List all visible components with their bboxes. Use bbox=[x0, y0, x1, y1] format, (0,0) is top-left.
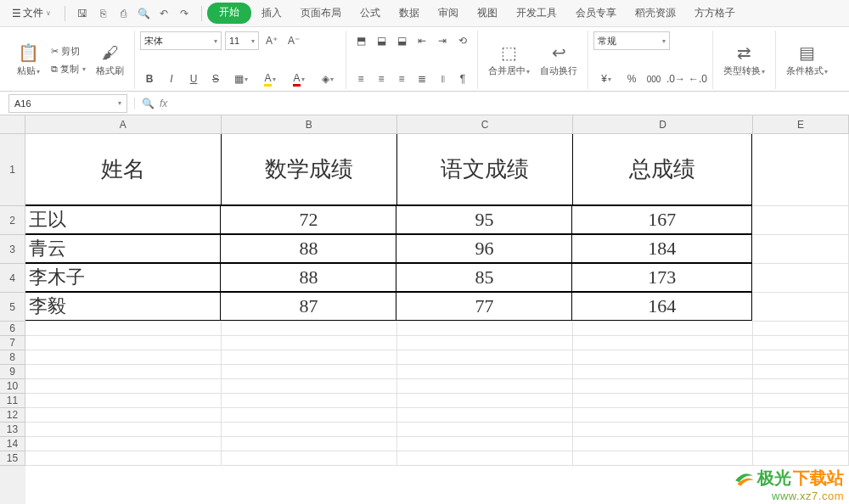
cell[interactable] bbox=[753, 365, 849, 379]
name-cell[interactable]: 青云 bbox=[25, 234, 221, 263]
column-header-A[interactable]: A bbox=[25, 115, 222, 134]
cell[interactable] bbox=[25, 350, 222, 365]
preview-icon[interactable]: 🔍 bbox=[137, 7, 150, 20]
cell[interactable] bbox=[397, 394, 573, 408]
row-header-9[interactable]: 9 bbox=[0, 365, 25, 379]
cell[interactable] bbox=[752, 293, 849, 322]
row-header-11[interactable]: 11 bbox=[0, 394, 25, 408]
math-cell[interactable]: 88 bbox=[220, 234, 396, 263]
bold-button[interactable]: B bbox=[140, 70, 159, 88]
cell[interactable] bbox=[573, 336, 753, 350]
row-header-14[interactable]: 14 bbox=[0, 437, 25, 451]
select-all-corner[interactable] bbox=[0, 115, 25, 134]
cell[interactable] bbox=[753, 336, 849, 350]
format-painter-button[interactable]: 🖌 格式刷 bbox=[91, 42, 129, 79]
cell[interactable] bbox=[753, 322, 849, 336]
underline-button[interactable]: U bbox=[184, 70, 203, 88]
currency-button[interactable]: ¥▾ bbox=[593, 70, 619, 88]
menu-tab-10[interactable]: 方方格子 bbox=[686, 3, 744, 24]
align-center-icon[interactable]: ≡ bbox=[372, 70, 391, 88]
cell[interactable] bbox=[752, 134, 849, 206]
cell[interactable] bbox=[25, 379, 222, 394]
copy-button[interactable]: ⧉复制▾ bbox=[48, 61, 89, 77]
decrease-font-icon[interactable]: A⁻ bbox=[284, 31, 303, 50]
export-icon[interactable]: ⎘ bbox=[96, 7, 110, 20]
align-bottom-icon[interactable]: ⬓ bbox=[392, 31, 411, 50]
cell[interactable] bbox=[753, 350, 849, 365]
fill-color-button[interactable]: A▾ bbox=[257, 70, 283, 88]
borders-button[interactable]: ▦▾ bbox=[228, 70, 254, 88]
row-header-5[interactable]: 5 bbox=[0, 293, 25, 322]
menu-tab-8[interactable]: 会员专享 bbox=[567, 3, 625, 24]
cell[interactable] bbox=[573, 423, 753, 437]
total-cell[interactable]: 173 bbox=[571, 263, 752, 292]
save-icon[interactable]: 🖫 bbox=[76, 7, 89, 20]
indent-decrease-icon[interactable]: ⇤ bbox=[413, 31, 431, 50]
cell[interactable] bbox=[25, 336, 222, 350]
strikethrough-button[interactable]: S bbox=[206, 70, 225, 88]
math-cell[interactable]: 72 bbox=[220, 205, 396, 234]
menu-tab-5[interactable]: 审阅 bbox=[430, 3, 467, 24]
distribute-icon[interactable]: ⫴ bbox=[433, 70, 452, 88]
row-header-7[interactable]: 7 bbox=[0, 336, 25, 350]
chinese-cell[interactable]: 95 bbox=[396, 205, 572, 234]
table-header-cell[interactable]: 语文成绩 bbox=[396, 133, 573, 205]
cell[interactable] bbox=[222, 451, 397, 466]
cell[interactable] bbox=[222, 394, 397, 408]
percent-button[interactable]: % bbox=[622, 70, 641, 88]
orientation-icon[interactable]: ⟲ bbox=[453, 31, 472, 50]
name-cell[interactable]: 王以 bbox=[25, 205, 221, 234]
cell[interactable] bbox=[222, 322, 397, 336]
font-color-button[interactable]: A▾ bbox=[286, 70, 312, 88]
table-header-cell[interactable]: 数学成绩 bbox=[221, 133, 397, 205]
cell[interactable] bbox=[25, 322, 222, 336]
row-header-8[interactable]: 8 bbox=[0, 350, 25, 365]
cell[interactable] bbox=[573, 437, 753, 451]
align-middle-icon[interactable]: ⬓ bbox=[372, 31, 391, 50]
increase-font-icon[interactable]: A⁺ bbox=[262, 31, 281, 50]
row-header-6[interactable]: 6 bbox=[0, 322, 25, 336]
chinese-cell[interactable]: 77 bbox=[396, 292, 572, 321]
increase-decimal-button[interactable]: .0→ bbox=[666, 70, 685, 88]
cell[interactable] bbox=[573, 379, 753, 394]
cell[interactable] bbox=[752, 206, 849, 235]
number-format-select[interactable]: 常规▾ bbox=[593, 31, 670, 50]
cell[interactable] bbox=[573, 350, 753, 365]
justify-icon[interactable]: ≣ bbox=[413, 70, 431, 88]
cell[interactable] bbox=[397, 322, 573, 336]
italic-button[interactable]: I bbox=[162, 70, 181, 88]
cell[interactable] bbox=[25, 437, 222, 451]
row-header-12[interactable]: 12 bbox=[0, 408, 25, 423]
cell[interactable] bbox=[753, 451, 849, 466]
name-cell[interactable]: 李木子 bbox=[25, 263, 221, 292]
cell[interactable] bbox=[753, 437, 849, 451]
menu-tab-4[interactable]: 数据 bbox=[391, 3, 428, 24]
cell[interactable] bbox=[753, 408, 849, 423]
menu-tab-7[interactable]: 开发工具 bbox=[508, 3, 565, 24]
file-menu[interactable]: ☰ 文件 ∨ bbox=[3, 3, 59, 24]
fx-icon[interactable]: fx bbox=[160, 98, 167, 109]
cell[interactable] bbox=[573, 451, 753, 466]
column-header-E[interactable]: E bbox=[753, 115, 849, 134]
column-header-B[interactable]: B bbox=[222, 115, 397, 134]
decrease-decimal-button[interactable]: ←.0 bbox=[689, 70, 707, 88]
align-top-icon[interactable]: ⬒ bbox=[351, 31, 370, 50]
cell-grid[interactable]: 姓名数学成绩语文成绩总成绩王以7295167青云8896184李木子888517… bbox=[25, 134, 849, 504]
align-right-icon[interactable]: ≡ bbox=[392, 70, 411, 88]
conditional-format-button[interactable]: ▤条件格式▾ bbox=[781, 41, 833, 79]
total-cell[interactable]: 184 bbox=[571, 234, 752, 263]
cell[interactable] bbox=[222, 350, 397, 365]
cell[interactable] bbox=[397, 365, 573, 379]
name-cell[interactable]: 李毅 bbox=[25, 292, 221, 321]
cell[interactable] bbox=[573, 408, 753, 423]
thousands-button[interactable]: 000 bbox=[644, 70, 663, 88]
cell[interactable] bbox=[25, 394, 222, 408]
cell[interactable] bbox=[753, 379, 849, 394]
cell[interactable] bbox=[222, 437, 397, 451]
font-size-select[interactable]: 11▾ bbox=[225, 31, 259, 50]
total-cell[interactable]: 167 bbox=[571, 205, 752, 234]
row-header-3[interactable]: 3 bbox=[0, 235, 25, 264]
menu-tab-6[interactable]: 视图 bbox=[469, 3, 506, 24]
row-header-1[interactable]: 1 bbox=[0, 134, 25, 206]
cell[interactable] bbox=[397, 437, 573, 451]
